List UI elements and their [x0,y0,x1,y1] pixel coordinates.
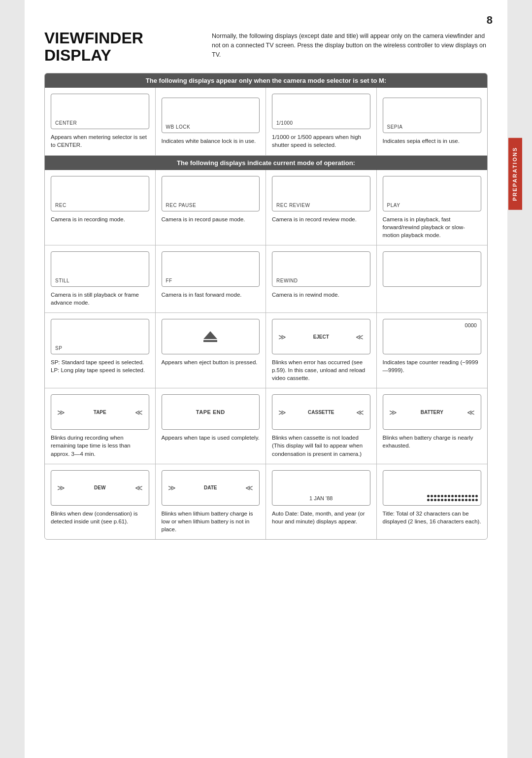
eject-blink-icon: ≫ EJECT ≪ [276,332,366,342]
cassette-blink-icon: ≫ CASSETTE ≪ [276,408,366,417]
recreview-label: REC REVIEW [276,203,310,208]
autodate-label: 1 JAN '88 [309,495,332,501]
rewind-desc: Camera is in rewind mode. [272,291,370,299]
page-title: VIEWFINDER DISPLAY [44,30,212,64]
counter-label: 0000 [465,322,477,328]
wblock-display: WB LOCK [162,98,260,133]
dew-blink-display: ≫ DEW ≪ [51,470,149,506]
center-display: CENTER [51,94,149,129]
ff-display: FF [162,251,260,287]
still-label: STILL [55,278,69,283]
section2-header: The following displays indicate current … [45,156,487,170]
ff-desc: Camera is in fast forward mode. [162,291,260,299]
battery-blink-display: ≫ BATTERY ≪ [383,394,482,430]
play-desc: Camera is in playback, fast forward/rewi… [383,215,482,239]
recpause-label: REC PAUSE [166,203,197,208]
recpause-desc: Camera is in record pause mode. [162,215,260,223]
autodate-display: 1 JAN '88 [272,470,370,506]
recpause-display: REC PAUSE [162,176,260,211]
title-dots-icon [427,495,478,501]
cassette-blink-display: ≫ CASSETTE ≪ [272,394,370,430]
center-desc: Appears when metering selector is set to… [51,133,149,149]
page-header: VIEWFINDER DISPLAY Normally, the followi… [44,30,488,64]
sepia-label: SEPIA [387,124,403,130]
sp-desc: SP: Standard tape speed is selected.LP: … [51,358,149,374]
sepia-display: SEPIA [383,98,482,133]
recreview-display: REC REVIEW [272,176,370,211]
display-table: The following displays appear only when … [44,73,488,540]
tapeend-label: TAPE END [196,409,225,415]
autodate-desc: Auto Date: Date, month, and year (or hou… [272,510,370,525]
sp-label: SP [55,345,62,351]
dew-blink-desc: Blinks when dew (condensation) is detect… [51,510,149,525]
battery-blink-desc: Blinks when battery charge is nearly exh… [383,434,482,449]
ff-label: FF [166,278,172,283]
play-display: PLAY [383,176,482,211]
eject-blink-display: ≫ EJECT ≪ [272,319,370,354]
rewind-display: REWIND [272,251,370,287]
cassette-blink-desc: Blinks when cassette is not loaded (This… [272,434,370,457]
date-blink-icon: ≫ DATE ≪ [166,483,256,492]
eject-icon [166,322,256,351]
wblock-desc: Indicates white balance lock is in use. [162,137,260,145]
tapeend-display: TAPE END [162,394,260,430]
counter-desc: Indicates tape counter reading (−9999—99… [383,358,482,374]
date-blink-display: ≫ DATE ≪ [162,470,260,506]
shutter-label: 1/1000 [276,120,293,126]
wblock-label: WB LOCK [166,124,191,130]
eject-display [162,319,260,354]
rec-display: REC [51,176,149,211]
tape-blink-icon: ≫ TAPE ≪ [55,408,145,417]
shutter-desc: 1/1000 or 1/500 appears when high shutte… [272,133,370,149]
counter-display: 0000 [383,319,482,354]
play-label: PLAY [387,203,400,208]
tapeend-desc: Appears when tape is used completely. [162,434,260,442]
still-display: STILL [51,251,149,287]
side-tab: PREPARATIONS [508,138,522,210]
tape-blink-desc: Blinks during recording when remaining t… [51,434,149,457]
date-blink-desc: Blinks when lithium battery charge is lo… [162,510,260,533]
sp-display: SP [51,319,149,354]
rec-label: REC [55,203,66,208]
eject-desc: Appears when eject button is pressed. [162,358,260,366]
title-desc: Title: Total of 32 characters can be dis… [383,510,482,525]
center-label: CENTER [55,120,77,126]
eject-blink-desc: Blinks when error has occurred (see p.59… [272,358,370,382]
still-desc: Camera is in still playback or frame adv… [51,291,149,307]
battery-blink-icon: ≫ BATTERY ≪ [387,408,477,417]
tape-blink-display: ≫ TAPE ≪ [51,394,149,430]
sepia-desc: Indicates sepia effect is in use. [383,137,482,145]
title-display [383,470,482,506]
page-number: 8 [487,14,493,27]
rewind-label: REWIND [276,278,298,283]
dew-blink-icon: ≫ DEW ≪ [55,483,145,492]
section1-header: The following displays appear only when … [45,73,487,88]
recreview-desc: Camera is in record review mode. [272,215,370,223]
header-description: Normally, the following displays (except… [212,32,488,59]
empty-display [383,251,482,287]
shutter-display: 1/1000 [272,94,370,129]
rec-desc: Camera is in recording mode. [51,215,149,223]
